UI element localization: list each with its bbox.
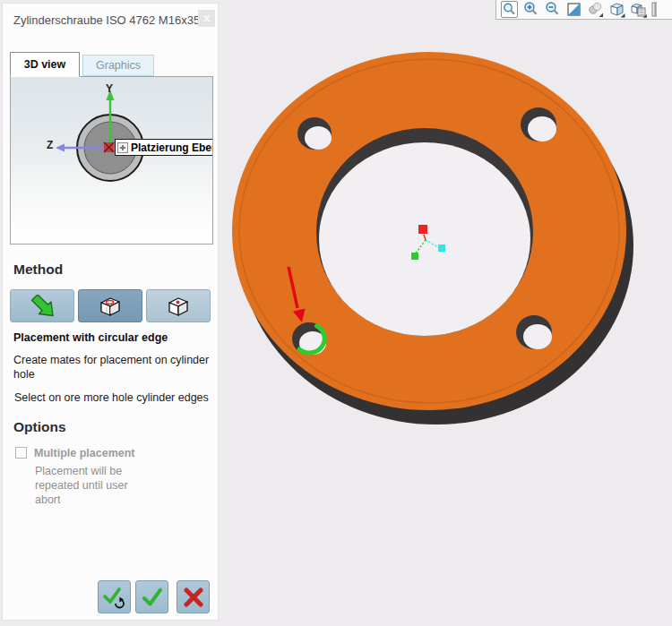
- dialog-action-buttons: [3, 580, 210, 613]
- placement-point-marker: [104, 142, 114, 152]
- cube-with-point-icon: [167, 296, 190, 317]
- view-cube-icon[interactable]: [608, 1, 625, 18]
- tab-graphics[interactable]: Graphics: [82, 55, 154, 76]
- viewport-3d[interactable]: [219, 0, 672, 626]
- shaded-view-icon[interactable]: [587, 1, 604, 18]
- check-icon: [141, 587, 164, 608]
- red-cross-icon: [183, 587, 204, 608]
- cube-with-hole-icon: [99, 296, 122, 317]
- ok-button[interactable]: [135, 580, 168, 613]
- screw-preview-scene: [11, 77, 213, 244]
- list-partial-icon[interactable]: [651, 1, 657, 18]
- check-repeat-icon: [102, 586, 127, 609]
- method-selected-title: Placement with circular edge: [13, 331, 168, 344]
- method-point-button[interactable]: [146, 289, 211, 322]
- multiple-placement-label: Multiple placement: [34, 447, 135, 459]
- screw-3d-preview[interactable]: Y Z Platzierung Ebene: [10, 76, 213, 244]
- options-heading: Options: [13, 419, 66, 435]
- tab-3d-view[interactable]: 3D view: [10, 52, 80, 77]
- method-circular-edge-button[interactable]: [78, 289, 142, 322]
- placement-tooltip: Platzierung Ebene: [115, 139, 213, 156]
- zoom-fit-icon[interactable]: [565, 1, 582, 18]
- plus-box-icon: [117, 142, 128, 153]
- y-axis-label: Y: [106, 82, 113, 95]
- view-toolbar: [495, 0, 672, 20]
- hole-bottom-right: [523, 324, 552, 349]
- preview-tabs: 3D view Graphics: [10, 52, 154, 76]
- zoom-in-icon[interactable]: [522, 1, 539, 18]
- flange-scene: [219, 0, 672, 626]
- multiple-placement-option: Multiple placement: [15, 447, 135, 459]
- zoom-window-icon[interactable]: [501, 1, 518, 18]
- view-cube-list-icon[interactable]: [630, 1, 647, 18]
- hole-top-left: [305, 126, 332, 150]
- apply-and-repeat-button[interactable]: [98, 580, 131, 613]
- method-hint: Select on ore more hole cylinder edges: [14, 391, 216, 404]
- tooltip-text: Platzierung Ebene: [131, 141, 213, 154]
- placement-dialog-panel: Zylinderschraube ISO 4762 M16x35 x 3D vi…: [2, 3, 219, 621]
- green-diagonal-arrow-icon: [28, 295, 56, 318]
- method-heading: Method: [13, 262, 63, 278]
- dialog-title: Zylinderschraube ISO 4762 M16x35: [13, 13, 200, 27]
- zoom-out-icon[interactable]: [544, 1, 561, 18]
- z-axis-label: Z: [47, 139, 53, 151]
- cancel-button[interactable]: [177, 580, 210, 613]
- multiple-placement-checkbox[interactable]: [15, 447, 27, 459]
- method-description: Create mates for placement on cylinder h…: [13, 353, 211, 382]
- method-arrow-button[interactable]: [10, 289, 74, 322]
- multiple-placement-description: Placement will be repeated until user ab…: [35, 464, 150, 507]
- hole-top-right: [528, 116, 556, 141]
- method-button-group: [10, 289, 211, 322]
- close-icon[interactable]: x: [198, 10, 215, 27]
